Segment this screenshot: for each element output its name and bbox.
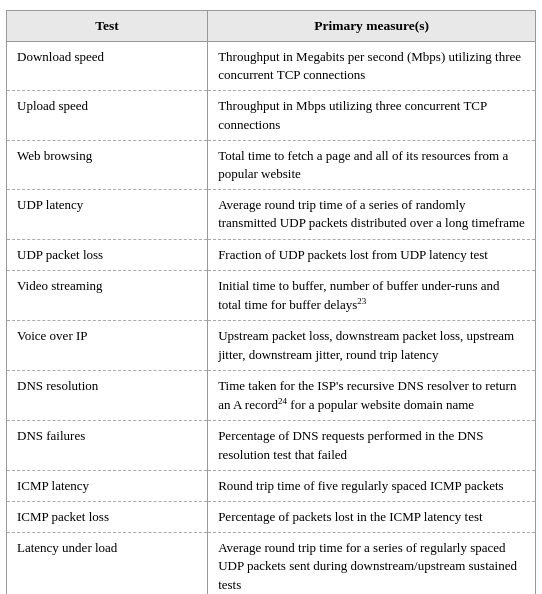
test-cell: Voice over IP	[7, 321, 208, 370]
measure-cell: Upstream packet loss, downstream packet …	[208, 321, 535, 370]
test-cell: DNS failures	[7, 421, 208, 470]
table-row: ICMP latencyRound trip time of five regu…	[7, 470, 535, 501]
test-cell: UDP latency	[7, 190, 208, 239]
measurements-table: Test Primary measure(s) Download speedTh…	[7, 11, 535, 594]
table-header-row: Test Primary measure(s)	[7, 11, 535, 42]
test-cell: ICMP packet loss	[7, 502, 208, 533]
measure-cell: Round trip time of five regularly spaced…	[208, 470, 535, 501]
col-header-test: Test	[7, 11, 208, 42]
measure-cell: Percentage of DNS requests performed in …	[208, 421, 535, 470]
main-table-container: Test Primary measure(s) Download speedTh…	[6, 10, 536, 594]
table-row: Latency under loadAverage round trip tim…	[7, 533, 535, 594]
test-cell: ICMP latency	[7, 470, 208, 501]
measure-cell: Throughput in Mbps utilizing three concu…	[208, 91, 535, 140]
col-header-measure: Primary measure(s)	[208, 11, 535, 42]
table-row: Video streamingInitial time to buffer, n…	[7, 270, 535, 321]
measure-cell: Average round trip time of a series of r…	[208, 190, 535, 239]
measure-cell: Throughput in Megabits per second (Mbps)…	[208, 42, 535, 91]
test-cell: Upload speed	[7, 91, 208, 140]
table-row: Voice over IPUpstream packet loss, downs…	[7, 321, 535, 370]
table-row: ICMP packet lossPercentage of packets lo…	[7, 502, 535, 533]
table-row: DNS resolutionTime taken for the ISP's r…	[7, 370, 535, 421]
table-row: UDP packet lossFraction of UDP packets l…	[7, 239, 535, 270]
table-row: Upload speedThroughput in Mbps utilizing…	[7, 91, 535, 140]
test-cell: Web browsing	[7, 140, 208, 189]
table-row: Web browsingTotal time to fetch a page a…	[7, 140, 535, 189]
measure-cell: Average round trip time for a series of …	[208, 533, 535, 594]
measure-cell: Fraction of UDP packets lost from UDP la…	[208, 239, 535, 270]
test-cell: Video streaming	[7, 270, 208, 321]
test-cell: UDP packet loss	[7, 239, 208, 270]
test-cell: DNS resolution	[7, 370, 208, 421]
measure-cell: Time taken for the ISP's recursive DNS r…	[208, 370, 535, 421]
test-cell: Download speed	[7, 42, 208, 91]
table-row: Download speedThroughput in Megabits per…	[7, 42, 535, 91]
table-row: DNS failuresPercentage of DNS requests p…	[7, 421, 535, 470]
measure-cell: Total time to fetch a page and all of it…	[208, 140, 535, 189]
measure-cell: Initial time to buffer, number of buffer…	[208, 270, 535, 321]
measure-cell: Percentage of packets lost in the ICMP l…	[208, 502, 535, 533]
table-row: UDP latencyAverage round trip time of a …	[7, 190, 535, 239]
test-cell: Latency under load	[7, 533, 208, 594]
